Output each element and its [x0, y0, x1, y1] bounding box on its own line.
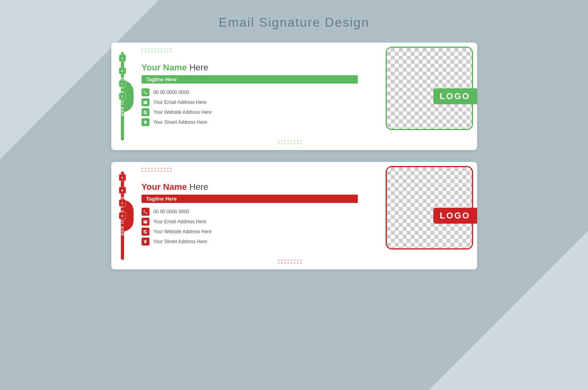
email-icon-green — [142, 98, 149, 106]
address-text-green: Your Street Address Here — [153, 119, 208, 125]
email-item-red: Your Email Address Here — [142, 218, 358, 226]
badge-d-red: D — [119, 212, 126, 219]
name-bold-green: Your Name — [142, 62, 187, 72]
website-icon-red — [142, 228, 149, 236]
email-icon-red — [142, 218, 149, 226]
website-item-green: Your Website Address Here — [142, 108, 358, 116]
logo-tab-green: LOGO — [433, 88, 477, 104]
name-rest-green: Here — [187, 62, 208, 72]
phone-text-red: 00 00 0000 0000 — [153, 209, 189, 214]
badge-c-red: C — [119, 199, 126, 207]
logo-text-green: LOGO — [440, 91, 470, 101]
phone-item-red: 00 00 0000 0000 — [142, 208, 358, 216]
phone-icon-red — [142, 208, 149, 216]
dots-top-red — [142, 168, 172, 172]
badge-d-green: D — [119, 93, 126, 100]
dots-bottom-red — [278, 259, 302, 264]
icon-badges-green: A B C D — [119, 55, 126, 100]
dots-bottom-green — [278, 140, 302, 144]
email-text-red: Your Email Address Here — [153, 219, 207, 224]
logo-tab-red: LOGO — [433, 208, 477, 224]
email-text-green: Your Email Address Here — [153, 99, 207, 105]
signature-card-red: Web Icons Here A B C D Your Name Here Ta… — [111, 162, 477, 269]
phone-text-green: 00 00 0000 0000 — [153, 90, 189, 95]
right-photo-area-red: LOGO — [366, 162, 477, 269]
badge-a-red: A — [119, 174, 126, 181]
tagline-red: Tagline Here — [142, 195, 358, 203]
badge-b-green: B — [119, 67, 126, 74]
email-item-green: Your Email Address Here — [142, 98, 358, 106]
address-icon-red — [142, 238, 149, 246]
address-item-red: Your Street Address Here — [142, 238, 358, 246]
logo-text-red: LOGO — [440, 211, 470, 221]
contact-list-red: 00 00 0000 0000 Your Email Address Here … — [142, 208, 358, 246]
phone-icon-green — [142, 88, 149, 96]
icon-badges-red: A B C D — [119, 174, 126, 219]
name-row-green: Your Name Here — [142, 62, 358, 73]
page-title: Email Signature Design — [219, 15, 369, 30]
signature-card-green: Web Icons Here A B C D Your Name Here Ta… — [111, 43, 477, 150]
phone-item-green: 00 00 0000 0000 — [142, 88, 358, 96]
name-row-red: Your Name Here — [142, 182, 358, 192]
tagline-green: Tagline Here — [142, 75, 358, 84]
badge-c-green: C — [119, 80, 126, 87]
address-text-red: Your Street Address Here — [153, 239, 208, 244]
content-area-green: Your Name Here Tagline Here 00 00 0000 0… — [134, 43, 366, 150]
website-item-red: Your Website Address Here — [142, 228, 358, 236]
website-icon-green — [142, 108, 149, 116]
left-accent-green: Web Icons Here A B C D — [111, 43, 134, 150]
name-rest-red: Here — [187, 182, 208, 192]
website-text-green: Your Website Address Here — [153, 109, 212, 115]
right-photo-area-green: LOGO — [366, 43, 477, 150]
name-bold-red: Your Name — [142, 182, 187, 192]
address-item-green: Your Street Address Here — [142, 118, 358, 126]
contact-list-green: 00 00 0000 0000 Your Email Address Here … — [142, 88, 358, 126]
address-icon-green — [142, 118, 149, 126]
badge-b-red: B — [119, 187, 126, 194]
left-accent-red: Web Icons Here A B C D — [111, 162, 134, 269]
dots-top-green — [142, 48, 172, 53]
content-area-red: Your Name Here Tagline Here 00 00 0000 0… — [134, 162, 366, 269]
website-text-red: Your Website Address Here — [153, 229, 212, 234]
badge-a-green: A — [119, 55, 126, 62]
